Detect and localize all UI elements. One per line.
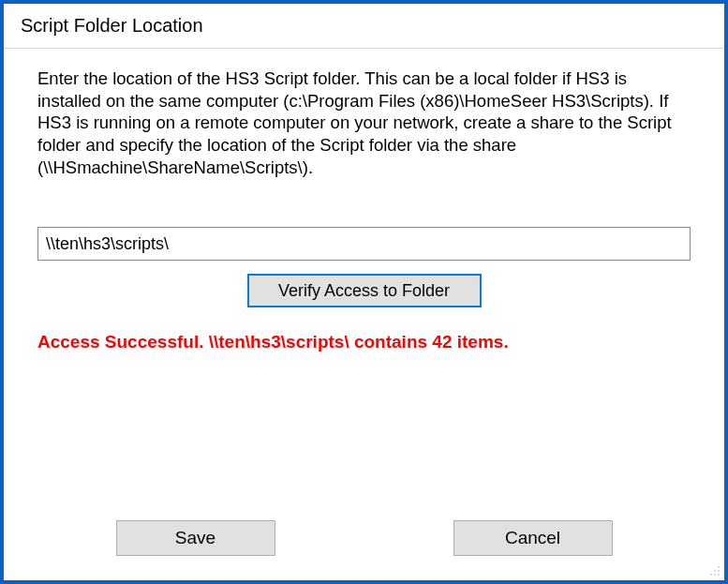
verify-row: Verify Access to Folder: [37, 274, 691, 307]
dialog-window: Script Folder Location Enter the locatio…: [0, 0, 728, 584]
dialog-content: Enter the location of the HS3 Script fol…: [4, 49, 724, 352]
resize-grip-icon: [707, 563, 721, 577]
verify-access-button[interactable]: Verify Access to Folder: [247, 274, 482, 307]
title-bar: Script Folder Location: [4, 4, 724, 42]
dialog-button-row: Save Cancel: [4, 520, 724, 556]
svg-point-3: [710, 574, 712, 576]
save-button[interactable]: Save: [116, 520, 275, 556]
status-message: Access Successful. \\ten\hs3\scripts\ co…: [37, 332, 691, 352]
svg-point-4: [714, 574, 716, 576]
dialog-title: Script Folder Location: [21, 15, 707, 37]
instructions-text: Enter the location of the HS3 Script fol…: [37, 67, 691, 178]
svg-point-5: [718, 574, 720, 576]
script-folder-path-input[interactable]: [37, 227, 691, 261]
cancel-button[interactable]: Cancel: [453, 520, 613, 556]
svg-point-2: [718, 570, 720, 572]
svg-point-1: [714, 570, 716, 572]
svg-point-0: [718, 566, 720, 568]
